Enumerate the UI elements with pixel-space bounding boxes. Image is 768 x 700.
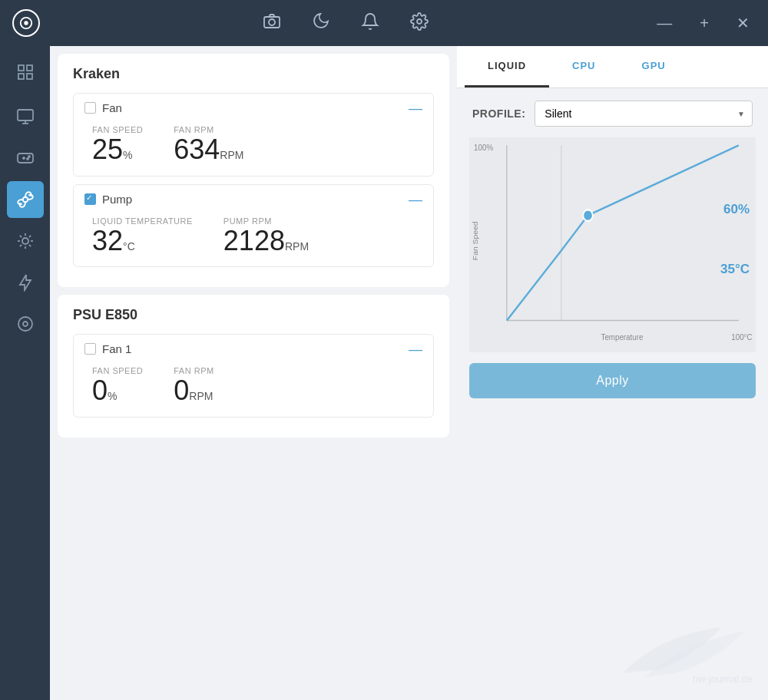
sidebar [0,46,50,700]
psu-fan1-row: Fan 1 — FAN SPEED 0% FAN RPM [73,334,434,418]
svg-point-1 [24,21,28,25]
psu-fan-speed-stat: FAN SPEED 0% [92,366,143,406]
left-panel: Kraken Fan — FAN SPEED 25% [50,46,457,700]
svg-line-23 [19,236,21,237]
svg-point-16 [27,158,28,160]
svg-point-4 [417,19,422,24]
psu-fan-rpm-stat: FAN RPM 0RPM [174,366,214,406]
minimize-button[interactable]: — [650,12,678,35]
psu-fan1-label: Fan 1 [102,342,131,355]
kraken-fan-label: Fan [102,101,122,114]
watermark: hw-journal.de [599,619,753,685]
sidebar-item-lighting[interactable] [7,223,44,259]
chart-svg: Fan Speed 100% Temperature 100°C [469,137,756,352]
moon-icon[interactable] [312,12,330,35]
svg-text:100%: 100% [474,142,493,152]
sidebar-item-dashboard[interactable] [7,54,44,91]
close-button[interactable]: ✕ [730,11,756,35]
profile-label: PROFILE: [472,107,525,120]
svg-text:Temperature: Temperature [601,332,644,342]
psu-fan1-collapse[interactable]: — [409,342,422,356]
sidebar-item-monitor[interactable] [7,98,44,135]
svg-rect-8 [27,74,32,79]
main-layout: Kraken Fan — FAN SPEED 25% [0,46,768,700]
psu-fan1-checkbox[interactable] [84,343,96,355]
kraken-title: Kraken [73,66,434,82]
tab-liquid[interactable]: LIQUID [465,46,549,88]
chart-area: PROFILE: Silent Balanced Performance Cus… [457,88,768,411]
kraken-fan-stats: FAN SPEED 25% FAN RPM 634RPM [84,122,422,168]
svg-text:100°C: 100°C [731,332,753,342]
svg-point-3 [269,19,275,25]
apply-button[interactable]: Apply [469,363,756,398]
sidebar-item-gaming[interactable] [7,140,44,177]
kraken-pump-header: Pump [84,193,422,206]
kraken-fan-speed-value: 25% [92,134,133,165]
svg-rect-9 [18,110,33,121]
kraken-pump-rpm-stat: PUMP RPM 2128RPM [223,216,309,256]
sidebar-item-fan[interactable] [7,181,44,218]
chart-35-label: 35°C [720,262,750,277]
app-logo [12,9,40,37]
watermark-area: hw-journal.de [457,411,768,700]
kraken-fan-rpm-value: 634RPM [174,134,243,165]
svg-rect-7 [18,74,24,79]
kraken-fan-checkbox[interactable] [84,102,96,114]
svg-line-25 [28,236,30,237]
kraken-pump-collapse[interactable]: — [409,193,422,206]
psu-fan-speed-value: 0% [92,375,117,406]
psu-fan-rpm-value: 0RPM [174,375,213,406]
titlebar: — + ✕ [0,0,768,46]
tab-cpu[interactable]: CPU [549,46,618,88]
kraken-liquid-temp-stat: LIQUID TEMPERATURE 32°C [92,216,193,256]
camera-icon[interactable] [263,12,281,35]
profile-select[interactable]: Silent Balanced Performance Custom [535,101,753,127]
kraken-pump-label: Pump [102,193,132,206]
chart-60-label: 60% [723,202,750,217]
kraken-card: Kraken Fan — FAN SPEED 25% [58,54,449,287]
sidebar-item-power[interactable] [7,264,44,301]
svg-rect-30 [507,145,739,320]
window-controls: — + ✕ [650,11,756,35]
content-area: Kraken Fan — FAN SPEED 25% [50,46,768,700]
svg-line-24 [28,245,30,246]
svg-point-17 [22,197,28,203]
kraken-pump-row: Pump — LIQUID TEMPERATURE 32°C PUMP RPM [73,184,434,268]
kraken-liquid-temp-value: 32°C [92,226,135,256]
kraken-fan-rpm-stat: FAN RPM 634RPM [174,125,243,165]
psu-title: PSU E850 [73,307,434,323]
kraken-pump-stats: LIQUID TEMPERATURE 32°C PUMP RPM 2128RPM [84,213,422,259]
kraken-fan-collapse[interactable]: — [409,101,422,115]
kraken-fan-header: Fan [84,101,422,114]
psu-card: PSU E850 Fan 1 — FAN SPEED 0% [58,295,449,438]
sidebar-item-storage[interactable] [7,305,44,342]
watermark-swoosh [599,619,753,681]
profile-row: PROFILE: Silent Balanced Performance Cus… [469,101,756,127]
gear-icon[interactable] [410,12,429,35]
maximize-button[interactable]: + [694,12,715,35]
psu-fan1-stats: FAN SPEED 0% FAN RPM 0RPM [84,363,422,409]
svg-line-26 [19,245,21,246]
svg-rect-5 [18,65,24,71]
svg-point-28 [23,322,28,326]
svg-point-18 [22,238,28,244]
svg-point-15 [28,156,30,157]
kraken-pump-checkbox[interactable] [84,193,96,205]
profile-select-wrapper[interactable]: Silent Balanced Performance Custom [535,101,753,127]
psu-fan1-header: Fan 1 [84,342,422,355]
kraken-pump-rpm-value: 2128RPM [223,226,309,256]
bell-icon[interactable] [361,12,379,35]
tab-gpu[interactable]: GPU [619,46,689,88]
titlebar-icons [40,12,650,35]
svg-rect-6 [27,65,32,71]
right-panel: LIQUID CPU GPU PROFILE: Silent Balanced … [457,46,768,700]
kraken-fan-speed-stat: FAN SPEED 25% [92,125,143,165]
svg-point-34 [583,210,592,221]
svg-text:Fan Speed: Fan Speed [471,221,478,260]
fan-curve-graph[interactable]: Fan Speed 100% Temperature 100°C 60% [469,137,756,352]
tabs-bar: LIQUID CPU GPU [457,46,768,88]
kraken-fan-row: Fan — FAN SPEED 25% FAN RPM [73,93,434,177]
svg-point-27 [18,317,32,331]
